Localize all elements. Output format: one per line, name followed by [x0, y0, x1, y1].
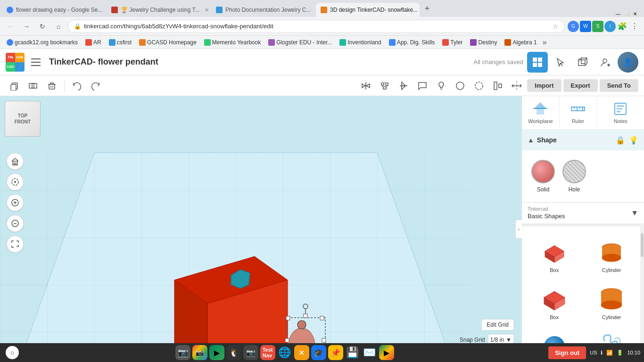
- menu-icon[interactable]: ⋮: [629, 21, 640, 32]
- export-button[interactable]: Export: [563, 79, 598, 92]
- shape-item-box-2[interactable]: Box: [528, 280, 581, 324]
- drive-icon[interactable]: 💾: [345, 345, 360, 360]
- ext-2[interactable]: W: [580, 21, 591, 32]
- panel-collapse-button[interactable]: ›: [515, 220, 522, 239]
- canvas-area[interactable]: TOP FRONT: [0, 96, 521, 362]
- notes-button[interactable]: Notes: [597, 96, 644, 129]
- tab-2-close[interactable]: ✕: [205, 7, 209, 13]
- minimize-button[interactable]: —: [615, 10, 621, 17]
- bookmark-inv-icon: [339, 39, 346, 46]
- linux-icon[interactable]: 🐧: [226, 345, 241, 360]
- ext-1[interactable]: G: [568, 21, 579, 32]
- group-button[interactable]: [471, 77, 487, 94]
- align-button[interactable]: [376, 77, 393, 94]
- bookmark-memento[interactable]: Memento Yearbook: [201, 38, 264, 47]
- hint-button[interactable]: [433, 77, 450, 94]
- add-user-button[interactable]: [595, 52, 616, 73]
- delete-button[interactable]: [43, 77, 60, 94]
- classroom-icon[interactable]: 🎓: [311, 345, 326, 360]
- undo-button[interactable]: [68, 77, 85, 94]
- flip-button[interactable]: [395, 77, 412, 94]
- ruler-button[interactable]: Ruler: [560, 96, 597, 129]
- bookmark-alg-icon: [504, 39, 511, 46]
- workplane-button[interactable]: Workplane: [522, 96, 560, 129]
- keep-icon[interactable]: 📌: [328, 345, 343, 360]
- bookmark-alg-label: Algebra 1: [512, 39, 537, 46]
- library-category: Basic Shapes: [528, 213, 565, 220]
- mirror2-button[interactable]: [508, 77, 525, 94]
- bookmark-destiny[interactable]: Destiny: [467, 38, 500, 47]
- gmail-icon[interactable]: ✉️: [362, 345, 377, 360]
- 3d-view-button[interactable]: [572, 52, 593, 73]
- shape-button[interactable]: [452, 77, 469, 94]
- select-mode-button[interactable]: [550, 52, 570, 73]
- shape-item-cylinder-1[interactable]: Cylinder: [585, 233, 639, 277]
- tab-4[interactable]: 3D design TinkerCAD- snowflake... ✕: [316, 3, 420, 17]
- forward-button[interactable]: →: [20, 20, 33, 33]
- tab-3[interactable]: Photo Documentation Jewelry C... ✕: [211, 3, 315, 17]
- new-tab-button[interactable]: +: [421, 2, 434, 15]
- tab-2[interactable]: 🏆 Jewelry Challenge using T... ✕: [107, 3, 210, 17]
- bookmark-destiny-icon: [470, 39, 477, 46]
- url-bar[interactable]: 🔒 tinkercad.com/things/6ab5d8zYvW4-tinke…: [68, 20, 565, 33]
- svg-rect-10: [11, 84, 16, 90]
- bookmark-gcasd[interactable]: gcasdk12.org bookmarks: [4, 38, 81, 47]
- bookmark-ar[interactable]: AR: [83, 38, 104, 47]
- chrome-icon[interactable]: 🌐: [277, 345, 292, 360]
- mirror-button[interactable]: [357, 77, 374, 94]
- bookmark-gcasd-home[interactable]: GCASD Homepage: [136, 38, 199, 47]
- lock-shape-icon[interactable]: 🔒: [616, 136, 625, 145]
- hamburger-menu[interactable]: [28, 55, 43, 70]
- lightbulb-shape-icon[interactable]: 💡: [629, 136, 638, 145]
- scrollbar-track[interactable]: [640, 224, 644, 362]
- copy-button[interactable]: [6, 77, 23, 94]
- duplicate-button[interactable]: [25, 77, 41, 94]
- star-icon: ☆: [553, 23, 559, 30]
- shape-item-box-1[interactable]: Box: [528, 233, 581, 277]
- bookmark-glogster[interactable]: Glogster EDU - Inter...: [265, 38, 335, 47]
- camera2-icon[interactable]: 📷: [243, 345, 258, 360]
- svg-rect-51: [537, 109, 544, 115]
- extension-icon[interactable]: ✕: [294, 345, 309, 360]
- back-button[interactable]: ←: [4, 20, 17, 33]
- redo-button[interactable]: [87, 77, 104, 94]
- google-play-icon[interactable]: ▶: [379, 345, 394, 360]
- bookmark-appdig[interactable]: App. Dig. Skills: [386, 38, 438, 47]
- reload-button[interactable]: ↻: [36, 20, 49, 33]
- camera-icon[interactable]: 📷: [175, 345, 190, 360]
- distribute-button[interactable]: [489, 77, 506, 94]
- bookmark-glogster-label: Glogster EDU - Inter...: [276, 39, 332, 46]
- svg-rect-4: [538, 58, 542, 62]
- bookmark-algebra[interactable]: Algebra 1: [502, 38, 539, 47]
- ext-4[interactable]: i: [604, 21, 616, 32]
- testbook-icon[interactable]: TestNav: [260, 345, 275, 360]
- bookmark-tyler[interactable]: Tyler: [439, 38, 465, 47]
- photos-icon[interactable]: 📸: [192, 345, 207, 360]
- comment-button[interactable]: [414, 77, 431, 94]
- hole-shape-type[interactable]: Hole: [559, 156, 590, 197]
- scrollbar-thumb[interactable]: [641, 233, 644, 257]
- sign-out-button[interactable]: Sign out: [548, 346, 586, 359]
- library-dropdown-arrow[interactable]: ▼: [631, 209, 638, 217]
- play-icon[interactable]: ▶: [209, 345, 224, 360]
- bookmarks-more[interactable]: »: [543, 38, 547, 47]
- bookmark-csfirst[interactable]: csfirst: [106, 38, 134, 47]
- import-button[interactable]: Import: [527, 79, 561, 92]
- close-button[interactable]: ✕: [632, 10, 638, 17]
- shape-panel-collapse[interactable]: ▲: [528, 136, 534, 144]
- shape-item-cylinder-2[interactable]: Cylinder: [585, 280, 639, 324]
- solid-shape-type[interactable]: Solid: [528, 156, 559, 197]
- home-button[interactable]: ⌂: [52, 20, 65, 33]
- chromeos-launcher[interactable]: ○: [4, 344, 21, 361]
- ext-3[interactable]: S: [592, 21, 603, 32]
- bookmark-inventionland[interactable]: Inventionland: [337, 38, 384, 47]
- restore-button[interactable]: ⬜: [623, 10, 630, 17]
- edit-grid-button[interactable]: Edit Grid: [481, 319, 514, 330]
- tab-1[interactable]: flower drawing easy - Google Se... ✕: [2, 3, 106, 17]
- wifi-icon: 📶: [606, 350, 613, 356]
- sendto-button[interactable]: Send To: [600, 79, 638, 92]
- puzzle-icon[interactable]: 🧩: [617, 21, 628, 32]
- user-avatar[interactable]: 👤: [618, 52, 638, 73]
- grid-view-button[interactable]: [527, 52, 548, 73]
- toolbar-action-buttons: Import Export Send To: [414, 77, 638, 94]
